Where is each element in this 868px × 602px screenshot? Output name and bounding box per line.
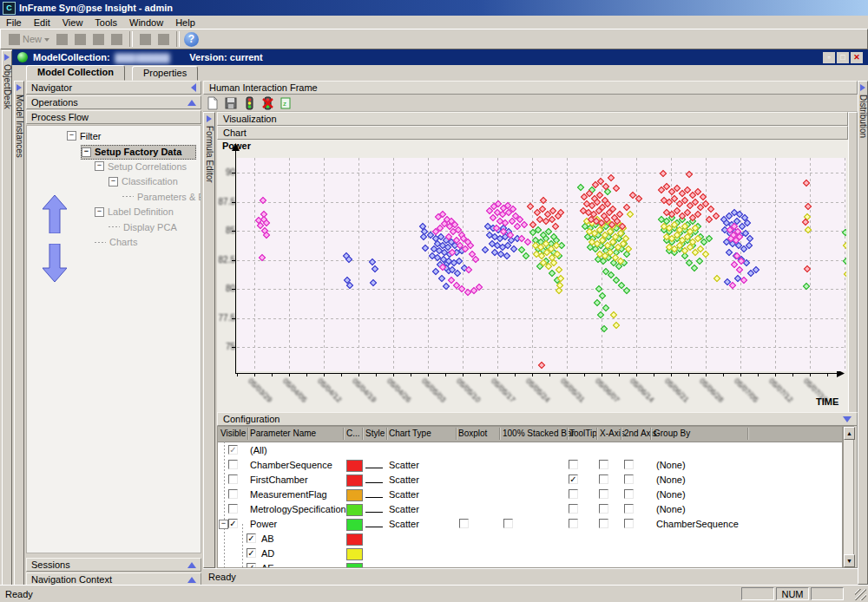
visible-checkbox[interactable]: [228, 504, 238, 514]
visible-checkbox[interactable]: ✓: [228, 519, 238, 528]
tree-item-display-pca[interactable]: Display PCA: [108, 220, 177, 233]
x-axis-checkbox[interactable]: [599, 474, 608, 484]
collapse-up-icon[interactable]: [187, 562, 196, 568]
tree-expander-minus-icon[interactable]: −: [95, 161, 104, 171]
column-header-parameter-name[interactable]: Parameter Name: [250, 429, 316, 438]
model-instances-strip[interactable]: Model Instances: [14, 81, 24, 586]
second-axis-checkbox[interactable]: [624, 474, 634, 484]
group-by-value[interactable]: (None): [656, 489, 686, 500]
toolbar-button[interactable]: [54, 30, 70, 48]
new-dropdown-arrow-icon[interactable]: [44, 38, 49, 44]
tooltip-checkbox[interactable]: [569, 460, 578, 469]
column-header-group-by[interactable]: Group By: [654, 429, 690, 438]
toolbar-button[interactable]: [72, 30, 89, 48]
visible-checkbox[interactable]: [228, 460, 238, 469]
scroll-down-icon[interactable]: ▼: [844, 554, 855, 567]
collapse-up-icon[interactable]: [187, 577, 196, 583]
chart-type-value[interactable]: Scatter: [389, 474, 419, 485]
visible-checkbox[interactable]: ✓: [247, 533, 256, 543]
tooltip-checkbox[interactable]: [569, 489, 578, 499]
expand-distribution-icon[interactable]: [860, 84, 865, 91]
tooltip-checkbox[interactable]: ✓: [569, 474, 578, 484]
column-header-tooltip[interactable]: ToolTip: [569, 429, 597, 438]
second-axis-checkbox[interactable]: [624, 519, 634, 528]
column-header-2nd-axis[interactable]: 2nd Axis: [624, 429, 657, 438]
objectdesk-strip[interactable]: ObjectDesk: [2, 50, 12, 586]
column-header-c-[interactable]: C...: [346, 429, 360, 438]
new-button[interactable]: New: [6, 30, 52, 48]
boxplot-checkbox[interactable]: [459, 519, 469, 528]
tab-model-collection[interactable]: Model Collection: [26, 65, 125, 81]
chart-type-value[interactable]: Scatter: [389, 519, 419, 529]
x-axis-checkbox[interactable]: [599, 504, 608, 514]
tree-item-setup-correlations[interactable]: −Setup Correlations: [95, 160, 187, 173]
chart-type-value[interactable]: Scatter: [389, 504, 419, 514]
tree-expander-minus-icon[interactable]: −: [95, 207, 104, 217]
stacked-bar-checkbox[interactable]: [503, 519, 513, 528]
plot-area[interactable]: [237, 158, 846, 371]
x-axis-checkbox[interactable]: [599, 460, 608, 469]
style-line-sample[interactable]: [365, 527, 383, 527]
second-axis-checkbox[interactable]: [624, 489, 634, 499]
visible-checkbox[interactable]: ✓: [247, 548, 256, 558]
restore-window-icon[interactable]: ▫: [823, 52, 835, 63]
column-header-style[interactable]: Style: [365, 429, 385, 438]
column-header-100-stacked-bar[interactable]: 100% Stacked Bar: [503, 429, 575, 438]
color-swatch[interactable]: [346, 548, 363, 560]
visible-checkbox[interactable]: [228, 489, 238, 499]
toolbar-button[interactable]: [137, 30, 154, 48]
tooltip-checkbox[interactable]: [569, 504, 578, 514]
column-header-visible[interactable]: Visible: [220, 429, 246, 438]
distribution-strip[interactable]: Distribution: [858, 81, 868, 585]
group-by-value[interactable]: (None): [656, 460, 686, 470]
visible-checkbox[interactable]: ✓: [228, 445, 238, 455]
operations-header[interactable]: Operations: [26, 95, 201, 109]
tooltip-checkbox[interactable]: [569, 519, 578, 528]
menu-item-tools[interactable]: Tools: [89, 16, 123, 29]
color-swatch[interactable]: [346, 533, 363, 546]
collapse-left-icon[interactable]: [191, 83, 196, 92]
menu-item-window[interactable]: Window: [123, 16, 169, 29]
traffic-light-stop-icon[interactable]: [260, 96, 274, 110]
color-swatch[interactable]: [346, 474, 363, 487]
column-header-boxplot[interactable]: Boxplot: [458, 429, 487, 438]
menu-item-view[interactable]: View: [56, 16, 89, 29]
second-axis-checkbox[interactable]: [624, 460, 634, 469]
visible-checkbox[interactable]: [228, 474, 238, 484]
close-window-icon[interactable]: ✕: [851, 52, 863, 63]
toolbar-button[interactable]: [108, 30, 125, 48]
formula-editor-strip[interactable]: Formula Editor: [203, 112, 215, 568]
menu-item-help[interactable]: Help: [169, 16, 201, 29]
help-button[interactable]: ?: [184, 32, 199, 47]
menu-item-edit[interactable]: Edit: [28, 16, 56, 29]
resize-grip[interactable]: [855, 589, 866, 600]
chart-type-value[interactable]: Scatter: [389, 489, 419, 500]
group-by-value[interactable]: (None): [656, 504, 686, 514]
group-by-value[interactable]: ChamberSequence: [656, 519, 739, 529]
expand-objectdesk-icon[interactable]: [4, 54, 10, 61]
tree-item-label-definition[interactable]: −Label Definition: [95, 206, 174, 219]
toolbar-button[interactable]: [90, 30, 107, 48]
style-line-sample[interactable]: [365, 482, 383, 483]
navigator-header[interactable]: Navigator: [26, 81, 201, 95]
style-line-sample[interactable]: [365, 497, 383, 498]
traffic-light-go-icon[interactable]: [242, 96, 256, 110]
toolbar-button[interactable]: [155, 30, 172, 48]
tree-item-parameters-events[interactable]: Parameters & Events: [122, 190, 201, 203]
maximize-window-icon[interactable]: □: [837, 52, 849, 63]
style-line-sample[interactable]: [365, 468, 383, 468]
move-up-arrow[interactable]: [43, 195, 67, 233]
expand-formula-editor-icon[interactable]: [207, 115, 212, 122]
color-swatch[interactable]: [346, 504, 363, 516]
tree-item-charts[interactable]: Charts: [95, 236, 137, 249]
collapse-down-icon[interactable]: [843, 416, 852, 422]
collapse-up-icon[interactable]: [187, 100, 196, 106]
row-expander-minus-icon[interactable]: −: [219, 520, 228, 529]
tree-item-classification[interactable]: −Classification: [108, 175, 178, 188]
color-swatch[interactable]: [346, 460, 363, 472]
tree-item-setup-factory-data[interactable]: −Setup Factory Data: [81, 145, 196, 160]
scatter-chart[interactable]: Power 9087.58582.58077.575 05/03/2905/04…: [217, 140, 848, 412]
x-axis-checkbox[interactable]: [599, 489, 608, 499]
column-header-chart-type[interactable]: Chart Type: [389, 429, 431, 438]
sessions-header[interactable]: Sessions: [26, 558, 201, 572]
